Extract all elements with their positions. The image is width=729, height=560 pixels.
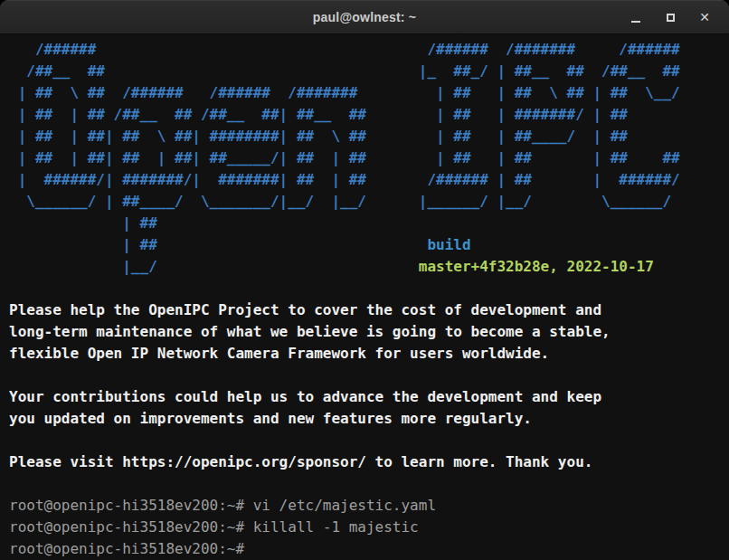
close-icon: ✕: [699, 11, 710, 24]
window-controls: ✕: [619, 0, 722, 34]
window-titlebar[interactable]: paul@owlnest: ~ ✕: [0, 0, 729, 34]
prompt-line: root@openipc-hi3518ev200:~#: [9, 538, 729, 560]
close-button[interactable]: ✕: [687, 4, 722, 31]
prompt-line: root@openipc-hi3518ev200:~# killall -1 m…: [9, 517, 729, 538]
motd-paragraph: Please visit https://openipc.org/sponsor…: [9, 451, 729, 473]
window-title: paul@owlnest: ~: [313, 10, 416, 24]
version-label: master+4f32b28e, 2022-10-17: [419, 258, 654, 275]
motd-paragraph: Please help the OpenIPC Project to cover…: [9, 299, 729, 365]
prompt-line: root@openipc-hi3518ev200:~# vi /etc/maje…: [9, 495, 729, 517]
motd-paragraph: Your contributions could help us to adva…: [9, 386, 729, 430]
maximize-button[interactable]: [653, 4, 687, 31]
build-label: build: [427, 236, 470, 253]
minimize-icon: [631, 21, 640, 23]
terminal-screen[interactable]: /###### /###### /####### /###### /##__ #…: [0, 34, 729, 560]
maximize-icon: [667, 14, 675, 22]
motd-paragraphs: Please help the OpenIPC Project to cover…: [9, 299, 729, 473]
ascii-banner: /###### /###### /####### /###### /##__ #…: [9, 39, 729, 278]
terminal-window: paul@owlnest: ~ ✕ /###### /###### /#####…: [0, 0, 729, 560]
minimize-button[interactable]: [619, 4, 653, 31]
prompt-history: root@openipc-hi3518ev200:~# vi /etc/maje…: [9, 495, 729, 560]
